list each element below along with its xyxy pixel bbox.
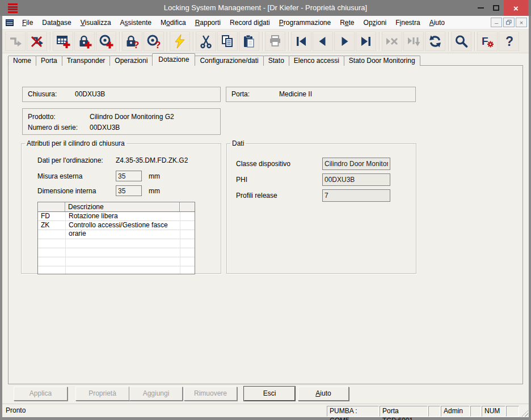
toolbar-separator (50, 32, 51, 51)
disconnect-button[interactable] (27, 32, 47, 51)
profili-release-label: Profili release (236, 192, 277, 200)
last-record-button[interactable] (356, 32, 376, 51)
paste-icon (242, 34, 256, 49)
close-button[interactable]: × (504, 0, 528, 16)
toolbar-separator (288, 32, 289, 51)
search-button[interactable] (451, 32, 471, 51)
filter-settings-icon: F (480, 34, 495, 49)
toolbar-separator (167, 32, 168, 51)
menu-opzioni[interactable]: Opzioni (359, 16, 391, 29)
attributes-group: Attributi per il cilindro di chiusura Da… (21, 139, 221, 274)
read-lock-button[interactable]: ? (122, 32, 142, 51)
menu-file[interactable]: File (18, 16, 37, 29)
menu-rapporti[interactable]: Rapporti (191, 16, 225, 29)
step-arrow-icon (8, 34, 23, 49)
table-row-empty (38, 248, 195, 257)
toolbar-separator (474, 32, 475, 51)
maximize-button[interactable] (489, 0, 503, 16)
header-descrizione-column: Descrizione (65, 202, 180, 211)
new-lock-icon (77, 34, 92, 49)
copy-button[interactable] (217, 32, 238, 51)
prodotto-label: Prodotto: (28, 113, 56, 121)
status-tcp-port: Porta TCP:6001 (380, 406, 428, 417)
window-client-area: File Database Visualizza Assistente Modi… (2, 16, 529, 417)
close-icon: × (513, 3, 519, 13)
cut-button[interactable] (196, 32, 216, 51)
mdi-close-button[interactable]: × (516, 18, 527, 27)
esci-button[interactable]: Esci (244, 387, 295, 401)
proprieta-button: Proprietà (75, 387, 129, 401)
refresh-button[interactable] (425, 32, 445, 51)
title-bar: Locking System Management - [Dr Kiefer -… (0, 0, 531, 16)
filter-settings-button[interactable]: F (477, 32, 498, 51)
menu-aiuto[interactable]: Aiuto (425, 16, 449, 29)
menu-visualizza[interactable]: Visualizza (76, 16, 116, 29)
misura-esterna-input[interactable] (116, 171, 142, 181)
resize-grip[interactable] (521, 409, 528, 417)
svg-text:?: ? (505, 34, 513, 49)
menu-programmazione[interactable]: Programmazione (275, 16, 335, 29)
program-flash-icon (172, 34, 187, 49)
table-row-empty (38, 257, 195, 266)
tab-porta[interactable]: Porta (36, 56, 62, 66)
minimize-button[interactable] (474, 0, 487, 16)
first-record-button[interactable] (291, 32, 311, 51)
refresh-icon (428, 34, 442, 49)
tab-configurazione-dati[interactable]: Configurazione/dati (195, 56, 263, 66)
menu-assistente[interactable]: Assistente (116, 16, 156, 29)
toolbar-separator (379, 32, 380, 51)
mdi-minimize-button[interactable]: – (491, 18, 502, 27)
tab-stato-door-monitoring[interactable]: Stato Door Monitoring (344, 56, 420, 66)
dimensione-interna-input[interactable] (116, 185, 142, 196)
svg-text:F: F (482, 35, 488, 47)
menu-rete[interactable]: Rete (335, 16, 359, 29)
tab-stato[interactable]: Stato (263, 56, 289, 66)
misura-esterna-unit: mm (149, 172, 160, 180)
new-locking-plan-button[interactable] (53, 32, 73, 51)
read-transponder-button[interactable]: ? (144, 32, 164, 51)
app-window: Locking System Management - [Dr Kiefer -… (0, 0, 531, 420)
applica-button: Applica (14, 387, 68, 401)
table-row[interactable]: FD Rotazione libera (38, 212, 195, 221)
phi-input[interactable] (322, 173, 390, 186)
profili-release-input[interactable] (322, 189, 390, 202)
classe-dispositivo-input[interactable] (322, 158, 390, 170)
next-record-icon (337, 34, 352, 49)
menu-modifica[interactable]: Modifica (156, 16, 191, 29)
status-bar: Pronto PUMBA : COM5 Porta TCP:6001 Admin… (2, 404, 529, 417)
paste-button[interactable] (239, 32, 259, 51)
tab-dotazione[interactable]: Dotazione (152, 53, 195, 66)
next-record-button[interactable] (334, 32, 355, 51)
misura-esterna-label: Misura esterna (37, 172, 82, 180)
status-empty-2 (470, 406, 481, 417)
new-transponder-button[interactable] (96, 32, 116, 51)
menu-finestra[interactable]: Finestra (391, 16, 424, 29)
prodotto-box: Prodotto: Cilindro Door Monitoring G2 Nu… (22, 108, 221, 135)
chiusura-label: Chiusura: (28, 90, 57, 98)
table-row-empty (38, 239, 195, 248)
new-lock-button[interactable] (74, 32, 95, 51)
previous-record-button[interactable] (313, 32, 333, 51)
mdi-restore-button[interactable] (503, 18, 515, 27)
program-flash-button[interactable] (170, 32, 190, 51)
toolbar-separator (193, 32, 194, 51)
cancel-record-icon (385, 34, 399, 49)
help-icon: ? (502, 34, 516, 49)
restore-icon (506, 20, 512, 25)
step-arrow-button (5, 32, 26, 51)
menu-record-didati[interactable]: Record didati (225, 16, 275, 29)
last-record-icon (359, 34, 373, 49)
help-button[interactable]: ? (499, 32, 519, 51)
tab-transponder[interactable]: Transponder (62, 56, 111, 66)
menu-bar: File Database Visualizza Assistente Modi… (2, 16, 529, 29)
tab-operazioni[interactable]: Operazioni (109, 56, 153, 66)
numero-serie-label: Numero di serie: (28, 124, 78, 131)
tab-nome[interactable]: Nome (8, 56, 36, 66)
toolbar: ? ? (2, 29, 529, 53)
aiuto-button[interactable]: Aiuto (298, 387, 349, 401)
menu-database[interactable]: Database (37, 16, 75, 29)
chiusura-value: 00DXU3B (75, 90, 105, 98)
table-row[interactable]: ZK Controllo accessi/Gestione fasce orar… (38, 221, 195, 230)
dimensione-interna-unit: mm (149, 187, 160, 195)
tab-elenco-accessi[interactable]: Elenco accessi (289, 56, 344, 66)
